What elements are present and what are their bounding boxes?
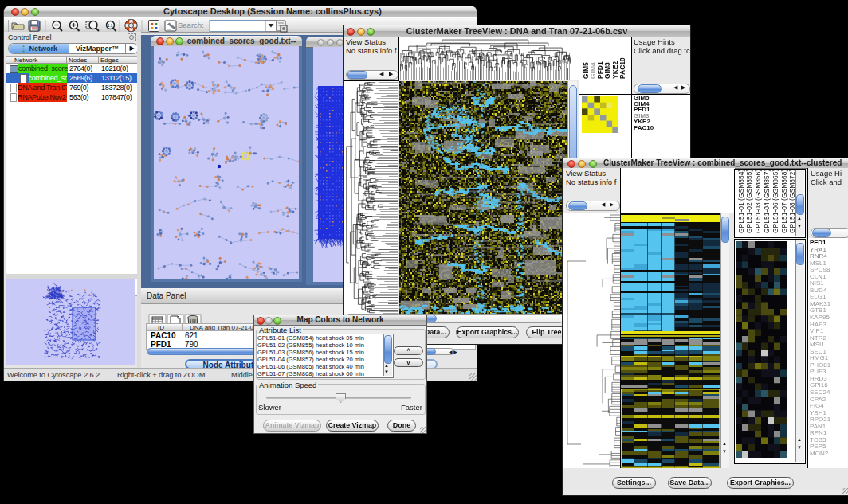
svg-text:1:1: 1:1 bbox=[108, 24, 113, 28]
svg-text:Search:: Search: bbox=[178, 21, 204, 29]
